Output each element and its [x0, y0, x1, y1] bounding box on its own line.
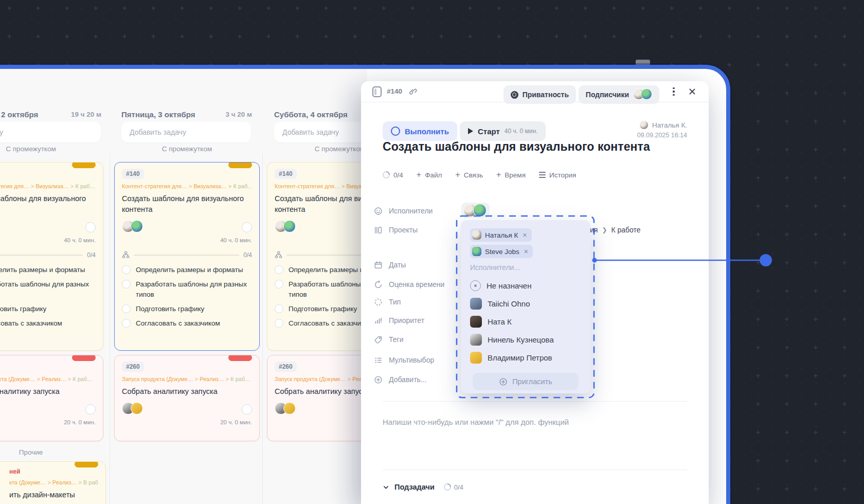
- add-link-button[interactable]: +Связь: [455, 171, 483, 179]
- start-button[interactable]: Старт 40 ч. 0 мин.: [460, 121, 546, 141]
- complete-ring[interactable]: [242, 404, 252, 415]
- description-input[interactable]: Напиши что-нибудь или нажми "/" для доп.…: [383, 418, 569, 426]
- document-icon: [372, 86, 382, 97]
- assignee-chip[interactable]: Steve Jobs ×: [470, 245, 533, 258]
- crumb-separator: >: [195, 376, 198, 382]
- close-icon[interactable]: [688, 87, 696, 96]
- history-button[interactable]: История: [539, 171, 576, 179]
- task-card-260[interactable]: #260 Запуск продукта (Докуме…>Реализ…>К …: [0, 355, 103, 441]
- progress-meta: 0/4: [383, 171, 403, 179]
- option-unassigned[interactable]: Не назначен: [470, 277, 581, 295]
- remove-chip-icon[interactable]: ×: [523, 231, 527, 239]
- remove-chip-icon[interactable]: ×: [524, 247, 528, 256]
- option-user[interactable]: Нинель Кузнецова: [470, 331, 581, 349]
- invite-button[interactable]: Пригласить: [473, 373, 579, 390]
- time-estimate-icon: [373, 280, 383, 289]
- card-estimate: 20 ч. 0 мин.: [0, 419, 96, 425]
- add-task-input[interactable]: Добавить задачу: [121, 122, 251, 142]
- field-priority[interactable]: Приоритет: [373, 314, 424, 327]
- column-date: Пятница, 3 октября: [121, 110, 195, 119]
- card-color-tab: [75, 461, 98, 467]
- assignee-dropdown: Наталья К × Steve Jobs × Исполнители... …: [461, 220, 590, 393]
- progress-count: 0/4: [87, 251, 96, 259]
- assignee-chip[interactable]: Наталья К ×: [470, 228, 532, 242]
- avatar-steve: [283, 220, 296, 232]
- privacy-button[interactable]: Приватность: [503, 85, 576, 104]
- project-status: К работе: [611, 226, 640, 234]
- card-title: Создать шаблоны для визуального контента: [0, 193, 96, 215]
- card-title: Собрать аналитику запуска: [0, 386, 96, 397]
- complete-ring[interactable]: [85, 404, 96, 415]
- field-assignees[interactable]: Исполнители: [373, 205, 433, 217]
- column-hours: 19 ч 20 м: [50, 111, 101, 118]
- add-task-input[interactable]: Добавить задачу: [0, 122, 101, 142]
- calendar-icon: [373, 260, 383, 269]
- add-time-button[interactable]: +Время: [496, 171, 526, 179]
- avatar-ninel: [470, 334, 482, 346]
- option-user[interactable]: Владимир Петров: [470, 349, 581, 367]
- progress-circle-icon: [442, 482, 453, 492]
- start-time: 40 ч. 0 мин.: [505, 128, 538, 135]
- overdue-label: ней: [9, 468, 98, 475]
- task-card-140-selected[interactable]: #140 Контент-стратегия для…>Визуализа…>К…: [114, 162, 260, 351]
- checklist-item: Согласовать с заказчиком: [289, 318, 373, 329]
- field-estimate[interactable]: Оценка времени: [373, 278, 444, 291]
- field-dates[interactable]: Даты: [373, 259, 406, 271]
- history-icon: [539, 172, 546, 177]
- option-user[interactable]: Taiichi Ohno: [470, 295, 581, 313]
- more-menu-icon[interactable]: [669, 86, 679, 97]
- card-title: Создать шаблоны для визуального контента: [122, 193, 252, 215]
- checkbox[interactable]: [122, 265, 131, 274]
- checkbox[interactable]: [275, 319, 283, 328]
- assignee-search-input[interactable]: Исполнители...: [470, 263, 581, 272]
- task-card-140[interactable]: #140 Контент-стратегия для…>Визуализа…>К…: [0, 162, 103, 351]
- subscribers-button[interactable]: Подписчики: [579, 85, 659, 104]
- breadcrumb: Запуск продукта (Докуме…>Реализ…>К раб…: [0, 376, 96, 382]
- task-title[interactable]: Создать шаблоны для визуального контента: [383, 140, 650, 154]
- section-divider: [383, 401, 687, 402]
- complete-ring-icon: [391, 127, 400, 136]
- avatar-taiichi: [470, 298, 482, 310]
- field-projects[interactable]: Проекты: [373, 224, 418, 236]
- breadcrumb: Запуск продукта (Докуме…>Реализ…>К раб…: [122, 376, 252, 382]
- progress-line: [0, 255, 83, 256]
- checkbox[interactable]: [122, 304, 131, 313]
- checkbox[interactable]: [275, 265, 283, 274]
- card-color-tab: [72, 355, 96, 361]
- meta-row: 0/4 +Файл +Связь +Время История: [383, 171, 576, 179]
- plus-circle-icon: [373, 375, 383, 384]
- column-date: 2 октября: [1, 110, 38, 119]
- field-type[interactable]: Тип: [373, 296, 401, 308]
- checkbox[interactable]: [122, 280, 131, 289]
- option-user[interactable]: Ната К: [470, 313, 581, 331]
- copy-link-icon[interactable]: [408, 87, 417, 96]
- checkbox[interactable]: [275, 280, 283, 289]
- project-name-fragment: ия: [590, 226, 598, 234]
- task-card-design[interactable]: ней кта (Докуме…>Реализ…>В раб… ить диза…: [0, 461, 106, 504]
- avatar-steve: [473, 204, 487, 217]
- avatar-steve: [641, 88, 652, 100]
- task-card-260[interactable]: #260 Запуск продукта (Докуме…>Реализ…>К …: [114, 355, 260, 441]
- column-separator: [110, 153, 110, 504]
- checkbox[interactable]: [122, 319, 131, 328]
- complete-ring[interactable]: [85, 222, 96, 232]
- field-add[interactable]: Добавить...: [373, 373, 427, 386]
- field-tags[interactable]: Теги: [373, 333, 403, 346]
- breadcrumb: Контент-стратегия для…>Визуализа…>К раб…: [122, 183, 252, 189]
- checkbox[interactable]: [275, 304, 283, 313]
- field-multiselect[interactable]: Мультивыбор: [373, 354, 434, 366]
- complete-ring[interactable]: [242, 222, 252, 232]
- complete-button[interactable]: Выполнить: [383, 121, 457, 141]
- progress-circle-icon: [381, 170, 391, 180]
- checklist-item: Согласовать с заказчиком: [136, 318, 220, 329]
- add-file-button[interactable]: +Файл: [417, 171, 442, 179]
- project-value[interactable]: ия ❯ К работе: [590, 224, 641, 236]
- subtasks-toggle[interactable]: Подзадачи 0/4: [383, 481, 463, 493]
- avatar-vladimir: [470, 352, 482, 364]
- crumb-separator: >: [31, 183, 34, 189]
- assignees-value[interactable]: [461, 203, 490, 218]
- crumb-separator: >: [70, 183, 74, 189]
- avatar-vladimir: [283, 402, 296, 415]
- task-id-badge: #260: [122, 362, 144, 372]
- card-avatars: [122, 402, 143, 417]
